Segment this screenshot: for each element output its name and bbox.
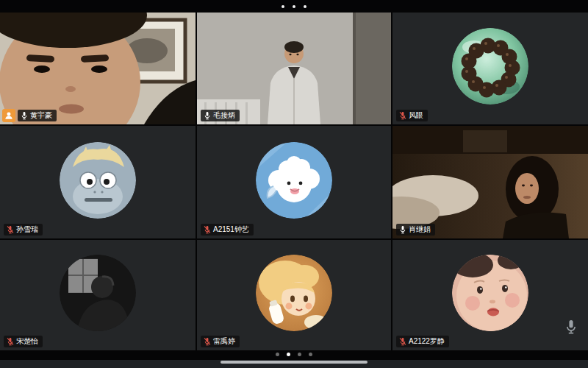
participant-name: A2122罗静 — [409, 337, 445, 346]
participant-name-tag: 肖继娟 — [396, 224, 435, 236]
participant-name: 孙雪瑞 — [16, 225, 38, 234]
pagination-dots[interactable] — [0, 351, 588, 357]
participant-name: 肖继娟 — [409, 225, 431, 234]
meeting-video-grid-screen: 黄宇豪 毛接炳 — [0, 0, 588, 368]
participant-name-tag: 毛接炳 — [201, 110, 240, 121]
live-video-woman-dim-room — [392, 126, 588, 238]
participant-tile-avatar[interactable]: A2151钟艺 — [197, 126, 391, 238]
mic-on-icon — [399, 225, 406, 234]
participant-name-tag: 雷禹婷 — [201, 336, 240, 347]
mic-muted-icon — [399, 337, 406, 346]
avatar — [256, 255, 332, 331]
avatar — [60, 255, 136, 331]
mic-muted-icon — [204, 225, 211, 234]
avatar-beads-bracelet-image — [452, 28, 528, 105]
grabber-dot — [293, 5, 295, 8]
participant-name-tag: 宋楚怡 — [4, 336, 43, 347]
participant-name: 毛接炳 — [213, 111, 235, 120]
participant-name-tag: 孙雪瑞 — [4, 224, 43, 236]
participant-name: 风眼 — [409, 111, 423, 120]
participant-name-tag: A2122罗静 — [396, 336, 449, 347]
participant-tile-video[interactable]: 毛接炳 — [197, 13, 391, 124]
mic-muted-icon — [204, 337, 211, 346]
participant-name-tag: 黄宇豪 — [18, 110, 57, 121]
home-indicator[interactable] — [220, 361, 368, 364]
participant-tile-avatar[interactable]: 风眼 — [392, 13, 588, 124]
participant-tile-video[interactable]: 肖继娟 — [392, 126, 588, 238]
participant-name: 雷禹婷 — [213, 337, 235, 346]
mic-on-icon — [204, 111, 211, 120]
host-badge-icon — [2, 109, 15, 122]
avatar-cartoon-girl-image — [256, 255, 332, 331]
grabber-dot — [304, 5, 306, 8]
mic-on-icon — [21, 111, 28, 120]
grabber-dot — [282, 5, 284, 8]
page-dot[interactable] — [287, 353, 290, 356]
live-video-face-closeup — [0, 13, 196, 124]
live-video-man-standing — [197, 13, 391, 124]
participant-tile-video[interactable]: 黄宇豪 — [0, 13, 196, 124]
participant-name: 宋楚怡 — [16, 337, 38, 346]
avatar — [60, 141, 136, 218]
floating-mic-button[interactable] — [561, 315, 581, 339]
participant-tile-avatar[interactable]: A2122罗静 — [392, 240, 588, 350]
participant-tile-avatar[interactable]: 孙雪瑞 — [0, 126, 196, 238]
mic-muted-icon — [7, 225, 14, 234]
avatar — [452, 255, 528, 331]
avatar-sheep-cartoon-image — [256, 141, 332, 218]
participant-name: A2151钟艺 — [213, 225, 249, 234]
page-dot[interactable] — [298, 353, 301, 356]
avatar-baby-face-image — [452, 255, 528, 331]
participant-name-tag: 风眼 — [396, 110, 428, 121]
avatar-silhouette-photo-image — [60, 255, 136, 331]
participant-tile-avatar[interactable]: 雷禹婷 — [197, 240, 391, 350]
page-dot[interactable] — [309, 353, 312, 356]
avatar-yeti-cartoon-image — [60, 141, 136, 218]
window-grabber-dots-icon[interactable] — [0, 4, 588, 10]
mic-muted-icon — [7, 337, 14, 346]
avatar — [452, 28, 528, 105]
participant-name: 黄宇豪 — [30, 111, 52, 120]
avatar — [256, 141, 332, 218]
participant-name-tag: A2151钟艺 — [201, 224, 254, 236]
mic-muted-icon — [399, 111, 406, 120]
participant-tile-avatar[interactable]: 宋楚怡 — [0, 240, 196, 350]
page-dot[interactable] — [276, 353, 279, 356]
